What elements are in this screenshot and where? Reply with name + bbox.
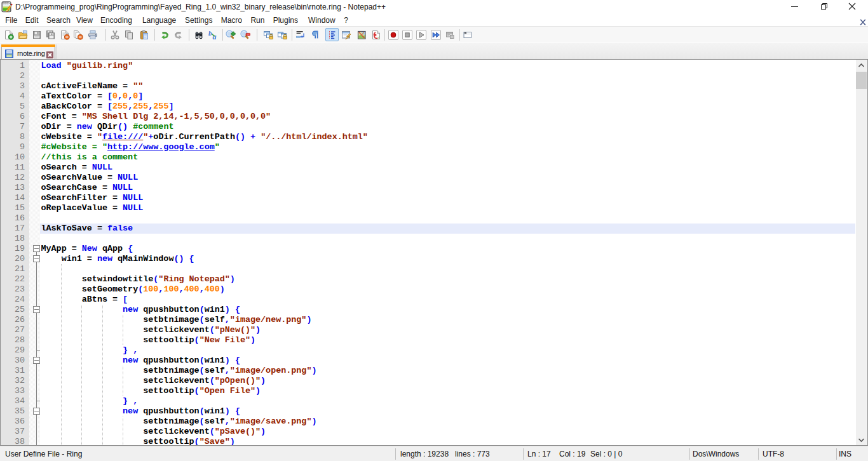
- svg-text:b: b: [208, 30, 212, 37]
